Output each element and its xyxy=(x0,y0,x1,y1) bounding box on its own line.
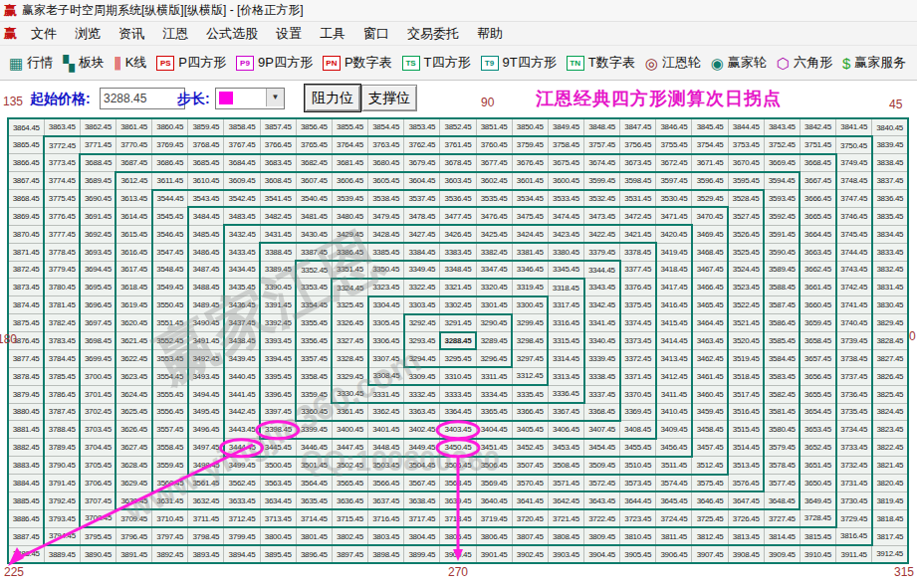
toolbar-item-market-quotes[interactable]: ▦行情 xyxy=(9,54,53,72)
price-cell: 3723.45 xyxy=(620,509,656,527)
angle-label-180: 180 xyxy=(0,332,17,346)
price-cell: 3698.45 xyxy=(80,332,115,350)
grid-table-icon: ▦ xyxy=(9,56,23,71)
price-cell: 3447.45 xyxy=(332,439,367,457)
price-cell: 3853.45 xyxy=(404,118,440,136)
price-cell: 3845.45 xyxy=(692,118,728,136)
price-cell: 3580.45 xyxy=(764,421,800,439)
toolbar-item-hexagon[interactable]: ⬡六角形 xyxy=(777,54,832,72)
price-cell: 3690.45 xyxy=(80,190,115,208)
price-cell: 3905.45 xyxy=(620,545,656,563)
price-cell: 3292.45 xyxy=(404,314,440,332)
menu-item[interactable]: 设置 xyxy=(267,26,311,41)
price-cell: 3535.45 xyxy=(476,190,512,208)
price-cell: 3387.45 xyxy=(296,243,332,261)
toolbar-item-gann-wheel[interactable]: ◎江恩轮 xyxy=(645,54,701,72)
menu-item[interactable]: 交易委托 xyxy=(398,26,468,41)
price-cell: 3713.45 xyxy=(260,509,296,527)
price-cell: 3420.45 xyxy=(656,225,692,243)
price-cell: 3299.45 xyxy=(512,314,548,332)
menu-item[interactable]: 窗口 xyxy=(354,26,398,41)
price-cell: 3711.45 xyxy=(188,509,224,527)
price-cell: 3549.45 xyxy=(152,279,188,296)
menu-item[interactable]: 文件 xyxy=(22,26,66,41)
price-cell: 3321.45 xyxy=(440,279,476,296)
price-cell: 3564.45 xyxy=(296,475,332,492)
price-cell: 3389.45 xyxy=(260,261,296,279)
price-cell: 3830.45 xyxy=(872,296,908,314)
toolbar-item-9t-square[interactable]: T99T四方形 xyxy=(481,54,557,72)
toolbar-item-t-square[interactable]: TST四方形 xyxy=(402,54,471,72)
price-cell: 3418.45 xyxy=(656,261,692,279)
support-button[interactable]: 支撑位 xyxy=(361,85,417,111)
menu-item[interactable]: 工具 xyxy=(311,26,354,41)
price-cell: 3774.45 xyxy=(44,172,80,190)
price-cell: 3377.45 xyxy=(620,261,656,279)
price-cell: 3740.45 xyxy=(836,314,872,332)
price-cell: 3807.45 xyxy=(512,527,548,545)
toolbar-item-p-square[interactable]: PSP四方形 xyxy=(156,54,226,72)
step-color-combobox[interactable]: ▼ xyxy=(215,88,285,109)
price-cell: 3597.45 xyxy=(656,172,692,190)
price-cell: 3432.45 xyxy=(224,225,260,243)
price-cell: 3537.45 xyxy=(404,190,440,208)
price-cell: 3799.45 xyxy=(224,527,260,545)
price-cell: 3622.45 xyxy=(115,349,151,367)
angle-label-270: 270 xyxy=(448,565,468,579)
price-cell: 3601.45 xyxy=(512,172,548,190)
price-cell: 3313.45 xyxy=(548,367,583,385)
price-cell: 3791.45 xyxy=(44,475,80,492)
price-cell: 3495.45 xyxy=(188,403,224,421)
price-cell: 3575.45 xyxy=(692,475,728,492)
price-cell: 3405.45 xyxy=(512,421,548,439)
menu-item[interactable]: 浏览 xyxy=(66,26,110,41)
price-cell: 3826.45 xyxy=(872,367,908,385)
menu-item[interactable]: 资讯 xyxy=(110,26,153,41)
price-cell: 3624.45 xyxy=(115,385,151,403)
price-cell: 3708.45 xyxy=(80,509,115,527)
price-cell: 3715.45 xyxy=(332,509,367,527)
price-cell: 3478.45 xyxy=(404,207,440,225)
price-cell: 3798.45 xyxy=(188,527,224,545)
price-cell: 3370.45 xyxy=(620,385,656,403)
price-cell: 3424.45 xyxy=(512,225,548,243)
angle-label-90: 90 xyxy=(481,96,494,109)
price-cell: 3745.45 xyxy=(836,225,872,243)
toolbar-item-9p-square[interactable]: P99P四方形 xyxy=(236,54,313,72)
price-cell: 3857.45 xyxy=(260,118,296,136)
price-cell: 3672.45 xyxy=(656,154,692,172)
price-cell: 3895.45 xyxy=(260,545,296,563)
price-cell: 3375.45 xyxy=(620,296,656,314)
price-cell: 3382.45 xyxy=(476,243,512,261)
dollar-icon: $ xyxy=(842,56,850,71)
toolbar-item-t-number-table[interactable]: TNT数字表 xyxy=(567,54,635,72)
price-cell: 3896.45 xyxy=(296,545,332,563)
price-cell: 3785.45 xyxy=(44,367,80,385)
price-cell: 3319.45 xyxy=(512,279,548,296)
price-cell: 3762.45 xyxy=(404,136,440,154)
chevron-down-icon[interactable]: ▼ xyxy=(266,89,284,106)
start-price-input[interactable] xyxy=(100,88,185,109)
resistance-button[interactable]: 阻力位 xyxy=(305,85,360,111)
price-cell: 3867.45 xyxy=(8,172,44,190)
menu-item[interactable]: 帮助 xyxy=(468,26,512,41)
price-cell: 3627.45 xyxy=(115,439,151,457)
toolbar-item-sectors[interactable]: ▚板块 xyxy=(63,54,105,72)
toolbar-item-p-number-table[interactable]: PNP数字表 xyxy=(323,54,392,72)
price-cell: 3467.45 xyxy=(692,261,728,279)
price-cell: 3862.45 xyxy=(80,118,115,136)
toolbar-item-winner-service[interactable]: $赢家服务 xyxy=(842,54,906,72)
price-cell: 3423.45 xyxy=(548,225,583,243)
price-cell: 3367.45 xyxy=(548,403,583,421)
price-cell: 3395.45 xyxy=(260,367,296,385)
price-cell: 3539.45 xyxy=(332,190,367,208)
menu-item[interactable]: 江恩 xyxy=(153,26,197,41)
price-cell: 3854.45 xyxy=(368,118,404,136)
toolbar-item-label: P数字表 xyxy=(344,54,392,72)
toolbar-item-label: T数字表 xyxy=(588,54,635,72)
price-cell: 3910.45 xyxy=(800,545,835,563)
menu-item[interactable]: 公式选股 xyxy=(197,26,267,41)
toolbar-item-kline[interactable]: ⫼K线 xyxy=(115,54,147,72)
price-cell: 3585.45 xyxy=(764,332,800,350)
toolbar-item-winner-wheel[interactable]: ◉赢家轮 xyxy=(711,54,767,72)
